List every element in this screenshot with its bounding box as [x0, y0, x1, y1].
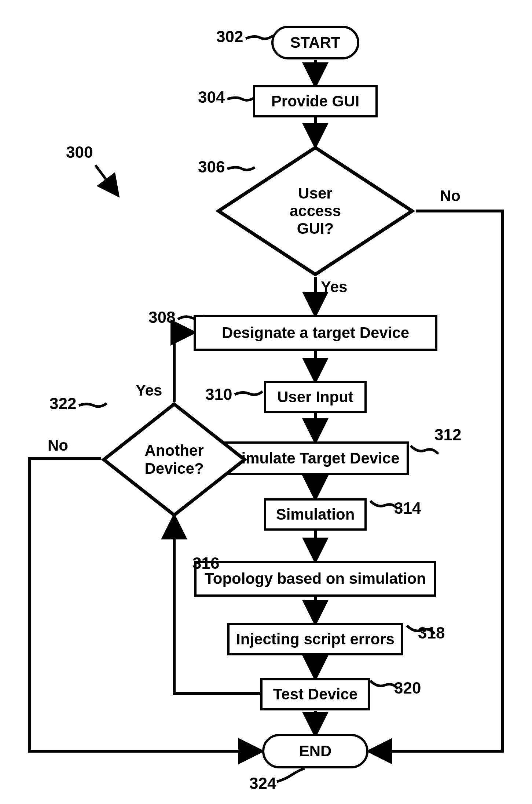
node-simulation: Simulation	[264, 498, 367, 531]
node-designate-target-text: Designate a target Device	[222, 324, 409, 342]
node-simulate-target-text: Simulate Target Device	[231, 450, 399, 467]
ref-322: 322	[49, 394, 76, 413]
ref-306: 306	[198, 158, 225, 176]
node-start: START	[271, 26, 359, 59]
ref-308: 308	[148, 308, 175, 327]
ref-324: 324	[249, 774, 276, 793]
node-user-input-text: User Input	[277, 388, 353, 406]
node-another-device: Another Device?	[101, 402, 247, 517]
node-user-access-gui-text: User access GUI?	[290, 185, 341, 238]
figure-ref: 300	[66, 143, 93, 161]
node-inject-errors-text: Injecting script errors	[236, 630, 395, 648]
node-provide-gui-text: Provide GUI	[271, 92, 359, 110]
node-end-text: END	[299, 742, 332, 760]
node-user-access-gui: User access GUI?	[214, 145, 416, 277]
edge-user-access-yes: Yes	[321, 278, 347, 296]
node-start-text: START	[290, 34, 341, 51]
node-test-device-text: Test Device	[273, 685, 357, 703]
node-simulation-text: Simulation	[276, 506, 355, 523]
node-designate-target: Designate a target Device	[194, 315, 437, 351]
node-simulate-target: Simulate Target Device	[222, 441, 409, 475]
ref-314: 314	[394, 499, 421, 517]
ref-320: 320	[394, 679, 421, 697]
ref-310: 310	[205, 385, 232, 404]
node-user-input: User Input	[264, 381, 367, 413]
node-topology-text: Topology based on simulation	[205, 570, 426, 587]
edge-another-no: No	[48, 437, 68, 454]
ref-318: 318	[418, 624, 445, 642]
node-end: END	[262, 734, 368, 768]
ref-312: 312	[434, 426, 461, 444]
node-topology: Topology based on simulation	[194, 561, 436, 597]
node-inject-errors: Injecting script errors	[227, 623, 403, 655]
edge-user-access-no: No	[440, 187, 461, 205]
ref-302: 302	[216, 28, 243, 46]
edge-another-yes: Yes	[136, 382, 162, 399]
ref-304: 304	[198, 88, 225, 106]
svg-line-10	[95, 165, 117, 194]
node-provide-gui: Provide GUI	[253, 85, 378, 117]
flowchart-canvas: 300 START 302 Provide GUI 304 User acces…	[0, 0, 532, 804]
node-test-device: Test Device	[260, 678, 370, 710]
ref-316: 316	[192, 554, 219, 572]
node-another-device-text: Another Device?	[144, 442, 203, 477]
